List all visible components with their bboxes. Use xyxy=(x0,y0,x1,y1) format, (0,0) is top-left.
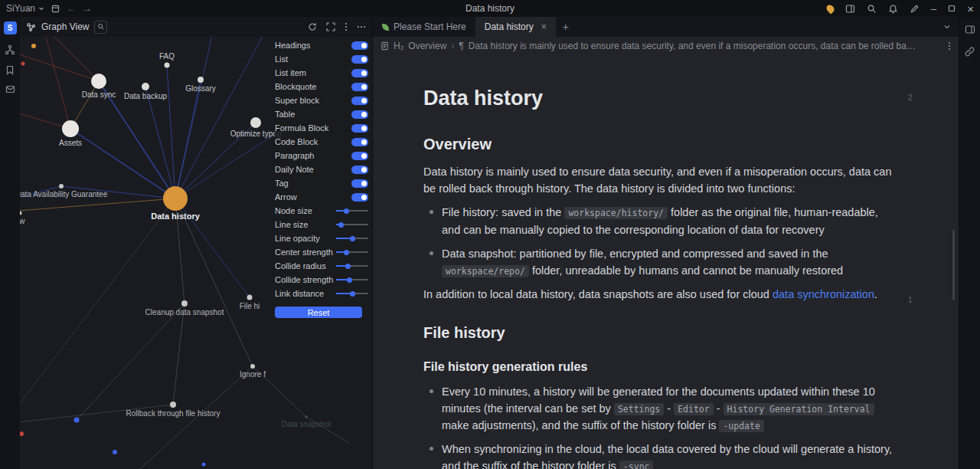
line-size-slider[interactable] xyxy=(336,224,368,225)
graph-node-label: Glossary xyxy=(185,84,215,93)
link-distance-slider[interactable] xyxy=(336,293,368,294)
list-item: Data snapshot: partitioned by file, encr… xyxy=(423,245,898,279)
graph-node[interactable] xyxy=(247,295,253,300)
search-icon[interactable] xyxy=(867,4,877,14)
heading-file-history-rules: File history generation rules xyxy=(423,358,898,376)
bell-icon[interactable] xyxy=(888,4,898,14)
toggle-switch[interactable] xyxy=(351,110,368,119)
toggle-switch[interactable] xyxy=(351,83,368,91)
graph-node[interactable] xyxy=(21,62,25,66)
panel-right-icon[interactable] xyxy=(965,25,975,34)
tab-label: Please Start Here xyxy=(394,21,466,32)
graph-slider-row: Link distance xyxy=(275,287,368,300)
toggle-label: Code Block xyxy=(275,137,318,146)
graph-node[interactable] xyxy=(181,300,188,307)
fullscreen-icon[interactable] xyxy=(326,22,335,31)
graph-node[interactable] xyxy=(113,450,117,454)
toggle-switch[interactable] xyxy=(351,69,368,77)
graph-node[interactable] xyxy=(31,44,36,48)
maximize-button[interactable] xyxy=(948,5,956,12)
tab-list-chevron-icon[interactable] xyxy=(943,17,951,37)
inbox-icon[interactable] xyxy=(5,85,15,93)
text-run: - xyxy=(664,402,674,415)
more-horizontal-icon[interactable] xyxy=(357,25,366,28)
new-tab-button[interactable]: + xyxy=(556,17,576,37)
list-item: File history: saved in the workspace/his… xyxy=(423,204,898,238)
graph-node[interactable] xyxy=(170,402,176,408)
edit-pencil-icon[interactable] xyxy=(910,4,920,14)
heading-file-history: File history xyxy=(423,321,898,344)
line-opacity-slider[interactable] xyxy=(336,238,368,239)
tab-close-icon[interactable]: × xyxy=(541,21,547,32)
workspace-icon[interactable] xyxy=(51,5,60,13)
toggle-switch[interactable] xyxy=(351,138,368,146)
toggle-switch[interactable] xyxy=(351,41,368,50)
tab-data-history[interactable]: Data history × xyxy=(475,17,556,37)
graph-node[interactable] xyxy=(59,184,64,189)
scrollbar-thumb[interactable] xyxy=(952,230,955,300)
bookmark-icon[interactable] xyxy=(5,65,15,75)
graph-node[interactable] xyxy=(250,364,255,369)
inline-code: workspace/repo/ xyxy=(442,265,529,277)
toggle-switch[interactable] xyxy=(351,97,368,105)
graph-node-label: Data backup xyxy=(124,92,168,100)
graph-node[interactable] xyxy=(74,418,80,423)
toggle-switch[interactable] xyxy=(351,124,368,133)
file-tree-icon[interactable] xyxy=(5,44,15,55)
text-run: - xyxy=(714,402,724,415)
back-icon[interactable]: ← xyxy=(67,3,76,14)
graph-node[interactable] xyxy=(165,63,170,68)
graph-edge xyxy=(20,51,99,81)
center-strength-slider[interactable] xyxy=(336,251,368,253)
block-count-badge: 2 xyxy=(908,93,913,102)
graph-node[interactable] xyxy=(163,186,188,211)
left-dock: S xyxy=(0,17,20,469)
collide-radius-slider[interactable] xyxy=(336,265,368,267)
siyuan-logo[interactable]: S xyxy=(4,21,17,34)
graph-node[interactable] xyxy=(20,431,24,436)
graph-node[interactable] xyxy=(20,212,22,215)
tab-please-start-here[interactable]: Please Start Here xyxy=(373,17,475,37)
graph-search-button[interactable] xyxy=(94,21,107,34)
app-menu[interactable]: SiYuan xyxy=(6,3,44,14)
toggle-switch[interactable] xyxy=(351,166,368,174)
node-size-slider[interactable] xyxy=(336,210,368,212)
breadcrumb-separator: › xyxy=(451,41,454,51)
toggle-label: Arrow xyxy=(275,192,297,202)
graph-node-label: Data history xyxy=(151,212,200,221)
minimize-button[interactable]: – xyxy=(931,3,936,15)
theme-icon[interactable] xyxy=(827,5,834,13)
text-run: Data snapshot: partitioned by file, encr… xyxy=(442,248,828,260)
leaf-icon xyxy=(382,24,389,31)
breadcrumb-more-icon[interactable] xyxy=(948,41,951,51)
close-button[interactable]: × xyxy=(967,2,974,15)
refresh-icon[interactable] xyxy=(308,22,317,31)
breadcrumb-heading[interactable]: Overview xyxy=(408,41,446,51)
graph-node[interactable] xyxy=(142,83,149,90)
text-run: When synchronizing in the cloud, the loc… xyxy=(442,443,892,469)
slider-label: Collide radius xyxy=(275,261,326,271)
breadcrumb-para-marker: ¶ xyxy=(459,41,463,51)
graph-node[interactable] xyxy=(202,463,206,467)
collide-strength-slider[interactable] xyxy=(336,279,368,280)
layout-panels-icon[interactable] xyxy=(845,4,855,14)
paragraph: In addition to local data history, data … xyxy=(423,286,898,303)
document-editor[interactable]: Data history Overview Data history is ma… xyxy=(373,55,959,469)
data-synchronization-link[interactable]: data synchronization xyxy=(773,288,874,300)
more-vertical-icon[interactable] xyxy=(345,22,348,31)
graph-node[interactable] xyxy=(198,77,204,83)
forward-icon[interactable]: → xyxy=(83,3,92,14)
slider-label: Link distance xyxy=(275,289,324,298)
graph-node[interactable] xyxy=(62,120,79,137)
toggle-switch[interactable] xyxy=(351,152,368,160)
toggle-switch[interactable] xyxy=(351,55,368,64)
text-run: File history: saved in the xyxy=(442,206,564,218)
graph-node[interactable] xyxy=(91,74,106,89)
toggle-switch[interactable] xyxy=(351,179,368,188)
reset-button[interactable]: Reset xyxy=(275,307,362,318)
graph-node[interactable] xyxy=(250,117,261,128)
toggle-switch[interactable] xyxy=(351,193,368,202)
backlink-icon[interactable] xyxy=(965,47,975,57)
graph-node[interactable] xyxy=(305,415,308,418)
breadcrumb-paragraph[interactable]: Data history is mainly used to ensure da… xyxy=(469,41,920,51)
